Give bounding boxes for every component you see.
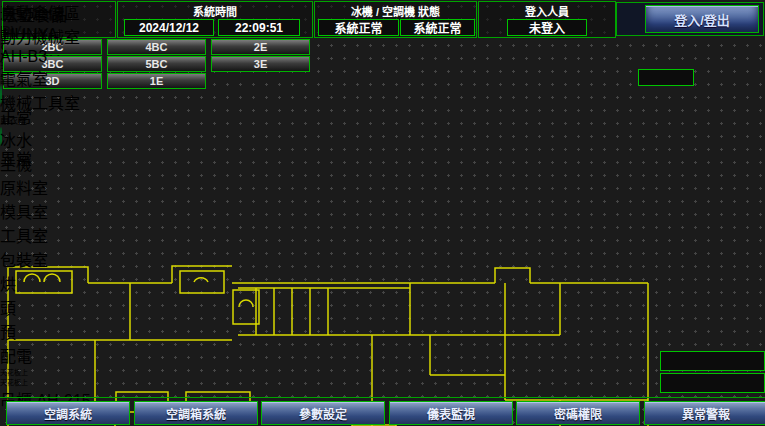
room-label: 模具室 — [0, 199, 765, 223]
room-label: 原料室 — [0, 175, 765, 199]
room-label: AH-B3 — [0, 48, 765, 66]
hmi-screen: 宏亞食品 HUNYA FOODS 系統時間 2024/12/12 22:09:5… — [0, 0, 765, 426]
room-label: 天花板上 — [0, 367, 765, 377]
room-label: 電氣室 — [0, 66, 765, 90]
nav-button-儀表監視[interactable]: 儀表監視 — [389, 401, 513, 425]
nav-button-密碼權限[interactable]: 密碼權限 — [516, 401, 640, 425]
room-label: 主機 — [0, 151, 765, 175]
room-label: 烘 — [0, 271, 765, 295]
room-label: 包裝室 — [0, 247, 765, 271]
nav-button-異常警報[interactable]: 異常警報 — [644, 401, 765, 425]
room-label: 工具室 — [0, 223, 765, 247]
room-label: 動力機械室 — [0, 24, 765, 48]
floorplan-overlay: 自動倉儲區動力機械室AH-B3電氣室機械工具室更衣室冰水主機原料室模具室工具室包… — [0, 0, 765, 426]
nav-button-空調系統[interactable]: 空調系統 — [6, 401, 130, 425]
room-label: 自動倉儲區 — [0, 0, 765, 24]
nav-button-空調箱系統[interactable]: 空調箱系統 — [134, 401, 258, 425]
nav-button-參數設定[interactable]: 參數設定 — [261, 401, 385, 425]
room-label: 配電 — [0, 343, 765, 367]
room-label: 機械工具室 — [0, 90, 765, 114]
room-label: 預 — [0, 319, 765, 343]
room-label: 更衣室 — [0, 114, 765, 127]
room-label: 冰水 — [0, 127, 765, 151]
room-label: 頭 — [0, 295, 765, 319]
room-label: 天花板上 — [0, 377, 765, 387]
nav-separator — [0, 397, 765, 398]
